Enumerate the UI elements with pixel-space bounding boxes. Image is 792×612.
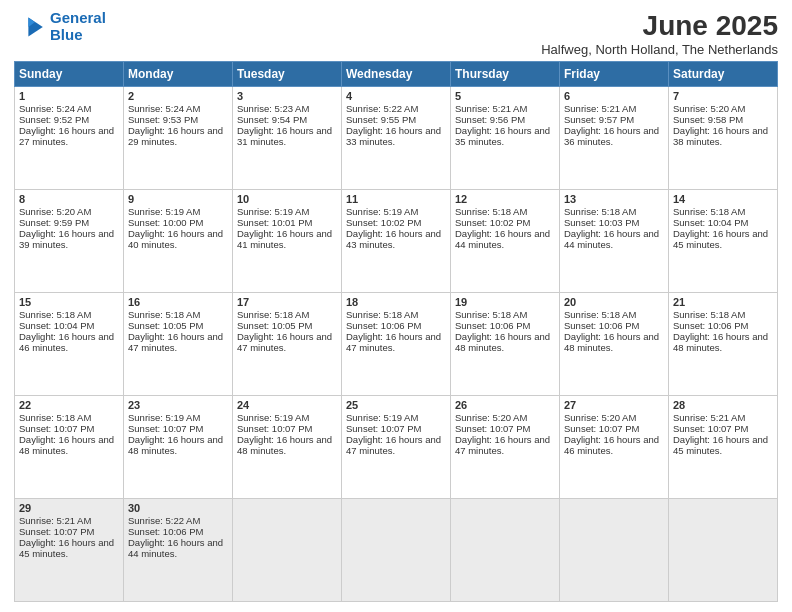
calendar-day-cell: 13 Sunrise: 5:18 AM Sunset: 10:03 PM Day… — [560, 190, 669, 293]
sunset-label: Sunset: 10:07 PM — [19, 526, 95, 537]
sunrise-label: Sunrise: 5:18 AM — [19, 309, 91, 320]
calendar-day-cell: 2 Sunrise: 5:24 AM Sunset: 9:53 PM Dayli… — [124, 87, 233, 190]
daylight-label: Daylight: 16 hours and 47 minutes. — [455, 434, 550, 456]
sunrise-label: Sunrise: 5:19 AM — [128, 206, 200, 217]
calendar-day-cell: 30 Sunrise: 5:22 AM Sunset: 10:06 PM Day… — [124, 499, 233, 602]
calendar-table: SundayMondayTuesdayWednesdayThursdayFrid… — [14, 61, 778, 602]
day-number: 3 — [237, 90, 337, 102]
sunset-label: Sunset: 9:55 PM — [346, 114, 416, 125]
day-number: 17 — [237, 296, 337, 308]
title-block: June 2025 Halfweg, North Holland, The Ne… — [541, 10, 778, 57]
calendar-day-cell: 16 Sunrise: 5:18 AM Sunset: 10:05 PM Day… — [124, 293, 233, 396]
sunset-label: Sunset: 10:06 PM — [346, 320, 422, 331]
sunrise-label: Sunrise: 5:20 AM — [673, 103, 745, 114]
day-number: 2 — [128, 90, 228, 102]
daylight-label: Daylight: 16 hours and 27 minutes. — [19, 125, 114, 147]
calendar-day-cell: 14 Sunrise: 5:18 AM Sunset: 10:04 PM Day… — [669, 190, 778, 293]
sunset-label: Sunset: 9:54 PM — [237, 114, 307, 125]
day-number: 16 — [128, 296, 228, 308]
sunset-label: Sunset: 10:07 PM — [673, 423, 749, 434]
calendar-day-cell: 7 Sunrise: 5:20 AM Sunset: 9:58 PM Dayli… — [669, 87, 778, 190]
calendar-day-header: Sunday — [15, 62, 124, 87]
sunset-label: Sunset: 9:53 PM — [128, 114, 198, 125]
sunrise-label: Sunrise: 5:18 AM — [673, 309, 745, 320]
day-number: 10 — [237, 193, 337, 205]
daylight-label: Daylight: 16 hours and 44 minutes. — [455, 228, 550, 250]
sunset-label: Sunset: 10:02 PM — [346, 217, 422, 228]
calendar-day-cell: 5 Sunrise: 5:21 AM Sunset: 9:56 PM Dayli… — [451, 87, 560, 190]
sunset-label: Sunset: 10:05 PM — [128, 320, 204, 331]
month-title: June 2025 — [541, 10, 778, 42]
daylight-label: Daylight: 16 hours and 48 minutes. — [673, 331, 768, 353]
sunrise-label: Sunrise: 5:20 AM — [455, 412, 527, 423]
sunset-label: Sunset: 9:58 PM — [673, 114, 743, 125]
sunset-label: Sunset: 10:04 PM — [19, 320, 95, 331]
logo-icon — [14, 11, 46, 43]
sunrise-label: Sunrise: 5:24 AM — [19, 103, 91, 114]
daylight-label: Daylight: 16 hours and 48 minutes. — [455, 331, 550, 353]
day-number: 30 — [128, 502, 228, 514]
daylight-label: Daylight: 16 hours and 29 minutes. — [128, 125, 223, 147]
daylight-label: Daylight: 16 hours and 44 minutes. — [128, 537, 223, 559]
sunrise-label: Sunrise: 5:21 AM — [455, 103, 527, 114]
calendar-header-row: SundayMondayTuesdayWednesdayThursdayFrid… — [15, 62, 778, 87]
calendar-day-cell: 8 Sunrise: 5:20 AM Sunset: 9:59 PM Dayli… — [15, 190, 124, 293]
calendar-day-cell: 27 Sunrise: 5:20 AM Sunset: 10:07 PM Day… — [560, 396, 669, 499]
calendar-day-cell: 4 Sunrise: 5:22 AM Sunset: 9:55 PM Dayli… — [342, 87, 451, 190]
calendar-day-cell: 1 Sunrise: 5:24 AM Sunset: 9:52 PM Dayli… — [15, 87, 124, 190]
sunrise-label: Sunrise: 5:19 AM — [237, 412, 309, 423]
calendar-day-cell: 24 Sunrise: 5:19 AM Sunset: 10:07 PM Day… — [233, 396, 342, 499]
day-number: 29 — [19, 502, 119, 514]
calendar-day-cell: 10 Sunrise: 5:19 AM Sunset: 10:01 PM Day… — [233, 190, 342, 293]
calendar-day-cell: 21 Sunrise: 5:18 AM Sunset: 10:06 PM Day… — [669, 293, 778, 396]
sunrise-label: Sunrise: 5:18 AM — [128, 309, 200, 320]
sunrise-label: Sunrise: 5:18 AM — [455, 309, 527, 320]
sunrise-label: Sunrise: 5:22 AM — [128, 515, 200, 526]
calendar-week-row: 1 Sunrise: 5:24 AM Sunset: 9:52 PM Dayli… — [15, 87, 778, 190]
sunset-label: Sunset: 10:01 PM — [237, 217, 313, 228]
sunrise-label: Sunrise: 5:18 AM — [455, 206, 527, 217]
calendar-day-cell — [342, 499, 451, 602]
sunrise-label: Sunrise: 5:20 AM — [564, 412, 636, 423]
calendar-day-cell — [669, 499, 778, 602]
calendar-day-header: Thursday — [451, 62, 560, 87]
calendar-day-header: Saturday — [669, 62, 778, 87]
day-number: 27 — [564, 399, 664, 411]
day-number: 13 — [564, 193, 664, 205]
calendar-day-cell: 15 Sunrise: 5:18 AM Sunset: 10:04 PM Day… — [15, 293, 124, 396]
daylight-label: Daylight: 16 hours and 41 minutes. — [237, 228, 332, 250]
daylight-label: Daylight: 16 hours and 45 minutes. — [673, 228, 768, 250]
sunset-label: Sunset: 10:07 PM — [237, 423, 313, 434]
day-number: 24 — [237, 399, 337, 411]
day-number: 22 — [19, 399, 119, 411]
sunset-label: Sunset: 10:07 PM — [455, 423, 531, 434]
daylight-label: Daylight: 16 hours and 45 minutes. — [673, 434, 768, 456]
calendar-week-row: 8 Sunrise: 5:20 AM Sunset: 9:59 PM Dayli… — [15, 190, 778, 293]
day-number: 9 — [128, 193, 228, 205]
logo-text: General Blue — [50, 10, 106, 43]
sunrise-label: Sunrise: 5:23 AM — [237, 103, 309, 114]
sunrise-label: Sunrise: 5:18 AM — [564, 309, 636, 320]
day-number: 1 — [19, 90, 119, 102]
calendar-day-cell: 6 Sunrise: 5:21 AM Sunset: 9:57 PM Dayli… — [560, 87, 669, 190]
daylight-label: Daylight: 16 hours and 31 minutes. — [237, 125, 332, 147]
sunset-label: Sunset: 10:02 PM — [455, 217, 531, 228]
day-number: 28 — [673, 399, 773, 411]
calendar-day-cell: 28 Sunrise: 5:21 AM Sunset: 10:07 PM Day… — [669, 396, 778, 499]
daylight-label: Daylight: 16 hours and 45 minutes. — [19, 537, 114, 559]
sunset-label: Sunset: 9:59 PM — [19, 217, 89, 228]
sunrise-label: Sunrise: 5:20 AM — [19, 206, 91, 217]
day-number: 25 — [346, 399, 446, 411]
calendar-day-cell — [451, 499, 560, 602]
day-number: 20 — [564, 296, 664, 308]
day-number: 26 — [455, 399, 555, 411]
calendar-day-cell: 9 Sunrise: 5:19 AM Sunset: 10:00 PM Dayl… — [124, 190, 233, 293]
calendar-day-cell: 23 Sunrise: 5:19 AM Sunset: 10:07 PM Day… — [124, 396, 233, 499]
daylight-label: Daylight: 16 hours and 47 minutes. — [237, 331, 332, 353]
daylight-label: Daylight: 16 hours and 48 minutes. — [564, 331, 659, 353]
header: General Blue June 2025 Halfweg, North Ho… — [14, 10, 778, 57]
daylight-label: Daylight: 16 hours and 35 minutes. — [455, 125, 550, 147]
sunset-label: Sunset: 10:00 PM — [128, 217, 204, 228]
daylight-label: Daylight: 16 hours and 48 minutes. — [237, 434, 332, 456]
sunset-label: Sunset: 10:04 PM — [673, 217, 749, 228]
